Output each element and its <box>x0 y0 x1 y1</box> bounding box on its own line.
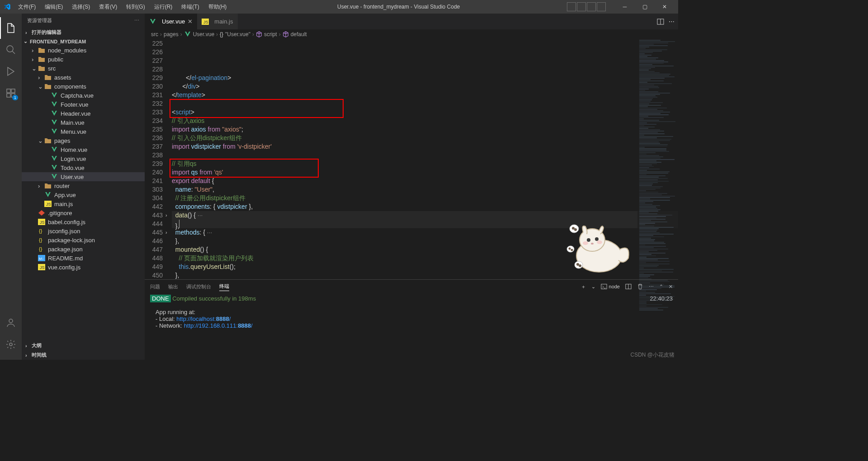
code-line[interactable]: </div> <box>172 82 678 91</box>
fold-icon[interactable]: › <box>165 211 167 220</box>
tree-item-assets[interactable]: ›assets <box>22 73 145 82</box>
breadcrumb-item[interactable]: pages <box>164 31 179 38</box>
tree-item-App.vue[interactable]: App.vue <box>22 190 145 199</box>
timeline-section[interactable]: ›时间线 <box>22 350 145 360</box>
maximize-button[interactable]: ▢ <box>635 0 655 14</box>
menu-帮助(H)[interactable]: 帮助(H) <box>205 2 231 12</box>
layout-centered-icon[interactable] <box>597 2 606 11</box>
code-line[interactable]: import axios from "axios"; <box>172 125 678 134</box>
project-header[interactable]: ⌄FRONTEND_MYDREAM <box>22 37 145 46</box>
explorer-icon[interactable] <box>0 17 22 39</box>
tree-item-Todo.vue[interactable]: Todo.vue <box>22 163 145 172</box>
layout-panel-bottom-icon[interactable] <box>577 2 586 11</box>
terminal-tab-终端[interactable]: 终端 <box>219 282 229 291</box>
vue-icon <box>51 110 58 117</box>
tree-item-.gitignore[interactable]: .gitignore <box>22 208 145 217</box>
more-actions-icon[interactable]: ⋯ <box>669 18 675 25</box>
code-line[interactable]: import vdistpicker from 'v-distpicker' <box>172 142 678 151</box>
tree-item-User.vue[interactable]: User.vue <box>22 172 145 181</box>
line-number: 446 <box>145 237 163 245</box>
svg-rect-2 <box>7 94 10 97</box>
code-line[interactable]: name: "User", <box>172 185 678 194</box>
menu-文件(F)[interactable]: 文件(F) <box>14 2 39 12</box>
tree-item-Login.vue[interactable]: Login.vue <box>22 154 145 163</box>
layout-panel-left-icon[interactable] <box>567 2 576 11</box>
terminal-dropdown-icon[interactable]: ⌄ <box>591 284 595 290</box>
code-line[interactable]: </template> <box>172 91 678 99</box>
tab-main.js[interactable]: JSmain.js <box>197 14 237 29</box>
tree-item-components[interactable]: ⌄components <box>22 82 145 91</box>
network-url-link[interactable]: http://192.168.0.111:8888/ <box>184 322 253 329</box>
menu-运行(R)[interactable]: 运行(R) <box>151 2 176 12</box>
split-editor-icon[interactable] <box>657 18 664 25</box>
code-line[interactable]: components: { vdistpicker }, <box>172 202 678 211</box>
code-line[interactable] <box>172 151 678 160</box>
close-button[interactable]: ✕ <box>655 0 675 14</box>
outline-section[interactable]: ›大纲 <box>22 341 145 350</box>
code-line[interactable]: // 注册公用distpicker组件 <box>172 194 678 202</box>
code-line[interactable]: import qs from 'qs' <box>172 168 678 177</box>
breadcrumb-item[interactable]: default <box>291 31 307 38</box>
tree-item-vue.config.js[interactable]: JSvue.config.js <box>22 263 145 272</box>
menu-转到(G)[interactable]: 转到(G) <box>123 2 148 12</box>
open-editors-section[interactable]: ›打开的编辑器 <box>22 28 145 37</box>
breadcrumb-item[interactable]: User.vue <box>193 31 214 38</box>
tab-User.vue[interactable]: User.vue✕ <box>145 14 197 29</box>
minimap[interactable] <box>637 39 678 274</box>
layout-panel-right-icon[interactable] <box>587 2 596 11</box>
breadcrumbs[interactable]: src›pages›User.vue›{}"User.vue"›script›d… <box>145 29 678 39</box>
tree-item-main.js[interactable]: JSmain.js <box>22 199 145 208</box>
search-icon[interactable] <box>0 39 22 61</box>
tree-item-src[interactable]: ⌄src <box>22 64 145 73</box>
code-line[interactable] <box>172 99 678 108</box>
run-debug-icon[interactable] <box>0 61 22 82</box>
terminal-output[interactable]: DONE Compiled successfully in 198ms 22:4… <box>145 293 678 360</box>
code-line[interactable]: // 引入公用distpicker组件 <box>172 134 678 142</box>
code-line[interactable]: // 引用qs <box>172 160 678 168</box>
tree-item-node_modules[interactable]: ›node_modules <box>22 46 145 55</box>
fold-icon[interactable]: › <box>165 228 167 237</box>
code-line[interactable]: export default { <box>172 177 678 185</box>
more-icon[interactable]: ⋯ <box>134 18 139 24</box>
breadcrumb-item[interactable]: script <box>264 31 277 38</box>
tree-item-jsconfig.json[interactable]: {}jsconfig.json <box>22 226 145 235</box>
tree-item-Main.vue[interactable]: Main.vue <box>22 118 145 127</box>
new-terminal-icon[interactable]: ＋ <box>581 283 586 290</box>
tree-item-pages[interactable]: ⌄pages <box>22 136 145 145</box>
tree-item-README.md[interactable]: M↓README.md <box>22 254 145 263</box>
tree-item-package.json[interactable]: {}package.json <box>22 245 145 254</box>
tree-item-package-lock.json[interactable]: {}package-lock.json <box>22 235 145 245</box>
breadcrumb-item[interactable]: "User.vue" <box>225 31 250 38</box>
terminal-tab-输出[interactable]: 输出 <box>168 282 178 291</box>
line-number: 443 <box>145 211 163 220</box>
breadcrumb-item[interactable]: src <box>151 31 158 38</box>
folder-icon <box>44 83 52 90</box>
terminal-shell-icon[interactable]: node <box>601 283 620 290</box>
settings-gear-icon[interactable] <box>0 334 22 355</box>
tree-item-Home.vue[interactable]: Home.vue <box>22 145 145 154</box>
tree-item-Footer.vue[interactable]: Footer.vue <box>22 100 145 109</box>
menu-编辑(E)[interactable]: 编辑(E) <box>41 2 66 12</box>
terminal-tab-调试控制台[interactable]: 调试控制台 <box>186 282 211 291</box>
tree-item-Menu.vue[interactable]: Menu.vue <box>22 127 145 136</box>
code-line[interactable]: <script> <box>172 108 678 117</box>
accounts-icon[interactable] <box>0 312 22 334</box>
tree-item-Captcha.vue[interactable]: Captcha.vue <box>22 91 145 100</box>
code-line[interactable]: </el-pagination> <box>172 74 678 82</box>
terminal-tab-问题[interactable]: 问题 <box>150 282 160 291</box>
tree-item-router[interactable]: ›router <box>22 181 145 190</box>
code-line[interactable]: // 引入axios <box>172 117 678 125</box>
close-tab-icon[interactable]: ✕ <box>188 18 193 25</box>
tree-item-Header.vue[interactable]: Header.vue <box>22 109 145 118</box>
vue-icon <box>44 191 52 198</box>
menu-查看(V)[interactable]: 查看(V) <box>95 2 121 12</box>
tree-item-babel.config.js[interactable]: JSbabel.config.js <box>22 217 145 226</box>
vscode-logo-icon <box>4 3 11 10</box>
tree-item-public[interactable]: ›public <box>22 55 145 64</box>
local-url-link[interactable]: http://localhost:8888/ <box>176 315 231 322</box>
split-terminal-icon[interactable] <box>625 283 632 290</box>
extensions-icon[interactable]: 1 <box>0 82 22 104</box>
menu-选择(S)[interactable]: 选择(S) <box>68 2 94 12</box>
minimize-button[interactable]: ─ <box>615 0 635 14</box>
menu-终端(T)[interactable]: 终端(T) <box>178 2 203 12</box>
